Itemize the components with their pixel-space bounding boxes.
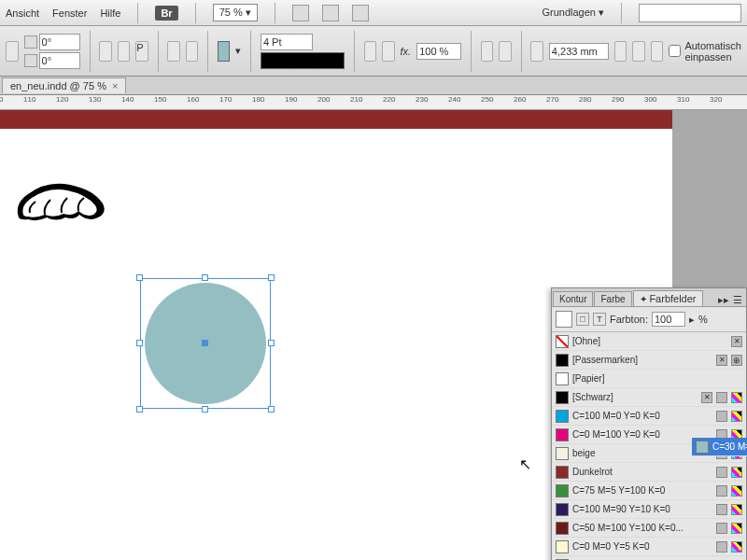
menu-ansicht[interactable]: Ansicht — [6, 7, 39, 19]
bridge-icon[interactable]: Br — [155, 6, 177, 21]
reference-point-icon[interactable] — [6, 41, 19, 62]
frame-fit-icon[interactable] — [530, 41, 543, 62]
swatch-name: C=75 M=5 Y=100 K=0 — [572, 485, 712, 496]
swatch-row[interactable]: C=30 M=0 Y=10 K=1... — [692, 438, 746, 456]
stroke-style-bar[interactable] — [261, 52, 345, 69]
swatch-row[interactable]: C=0 M=0 Y=5 K=0 — [552, 538, 746, 556]
options-bar: P ▾ fx. Automatisch einpassen — [0, 26, 747, 77]
text-wrap-icon[interactable] — [481, 41, 494, 62]
separator — [354, 31, 355, 72]
menu-hilfe[interactable]: Hilfe — [100, 7, 120, 19]
tab-farbe[interactable]: Farbe — [594, 291, 631, 306]
handle-top-left[interactable] — [136, 274, 143, 281]
fill-swatch[interactable] — [218, 41, 231, 62]
opacity-input[interactable] — [416, 43, 461, 60]
selection[interactable] — [140, 278, 271, 409]
swatch-color — [556, 503, 569, 516]
fit-icon-1[interactable] — [614, 41, 627, 62]
panel-menu[interactable]: ▸▸☰ — [714, 294, 746, 306]
color-mode-icon — [716, 392, 727, 403]
handle-top-right[interactable] — [268, 274, 275, 281]
swatch-color — [556, 391, 569, 404]
fx-icon[interactable] — [364, 41, 377, 62]
swatch-row[interactable]: C=75 M=5 Y=100 K=0 — [552, 482, 746, 500]
swatch-name: C=30 M=0 Y=10 K=1... — [712, 441, 746, 452]
swatch-color — [556, 428, 569, 441]
horizontal-ruler: 1001101201301401501601701801902002102202… — [0, 95, 747, 110]
handle-bottom-right[interactable] — [268, 406, 275, 413]
workspace-switcher[interactable]: Grundlagen ▾ — [542, 7, 604, 19]
ruler-tick: 200 — [317, 95, 330, 104]
handle-bottom-left[interactable] — [136, 406, 143, 413]
swatch-row[interactable]: C=100 M=0 Y=0 K=0 — [552, 407, 746, 426]
process-color-icon — [731, 504, 742, 515]
shear-icon — [24, 54, 37, 67]
shear-input[interactable] — [39, 52, 80, 69]
swatch-row[interactable]: C=50 M=100 Y=100 K=0 — [552, 556, 746, 560]
chevron-down-icon[interactable]: ▾ — [235, 45, 241, 57]
separator — [621, 3, 622, 23]
swatch-row[interactable]: [Ohne]✕ — [552, 332, 746, 351]
swatch-row[interactable]: [Schwarz]✕ — [552, 388, 746, 407]
flip-h-icon[interactable] — [99, 41, 112, 62]
fill-stroke-proxy[interactable] — [556, 311, 572, 328]
mm-input[interactable] — [549, 43, 609, 60]
select-container-icon[interactable] — [167, 41, 180, 62]
arrange-icon[interactable] — [352, 5, 369, 21]
ruler-tick: 290 — [612, 95, 624, 104]
tint-input[interactable] — [652, 312, 685, 327]
separator — [90, 31, 91, 72]
search-input[interactable] — [639, 4, 741, 22]
ruler-tick: 260 — [514, 95, 526, 104]
handle-top-mid[interactable] — [202, 274, 208, 281]
handle-center[interactable] — [202, 340, 208, 346]
p-icon[interactable]: P — [135, 41, 148, 62]
handle-left-mid[interactable] — [136, 340, 143, 346]
zoom-level[interactable]: 75 % ▾ — [213, 4, 258, 21]
text-wrap-icon-2[interactable] — [499, 41, 512, 62]
formatting-container-icon[interactable]: □ — [576, 313, 589, 326]
swatch-name: C=0 M=0 Y=5 K=0 — [572, 541, 712, 552]
screen-mode-icon[interactable] — [322, 5, 339, 21]
tab-kontur[interactable]: Kontur — [553, 291, 593, 306]
swatch-name: [Ohne] — [572, 336, 727, 346]
document-tab[interactable]: en_neu.indd @ 75 % × — [2, 77, 126, 93]
ruler-tick: 170 — [219, 95, 232, 104]
fit-icon-2[interactable] — [632, 41, 645, 62]
swatch-row[interactable]: C=100 M=90 Y=10 K=0 — [552, 500, 746, 519]
swatch-color — [556, 410, 569, 423]
select-content-icon[interactable] — [186, 41, 199, 62]
handle-right-mid[interactable] — [268, 340, 275, 346]
handle-bottom-mid[interactable] — [202, 406, 208, 413]
fit-icon-3[interactable] — [651, 41, 664, 62]
opacity-icon[interactable] — [382, 41, 395, 62]
angle-group — [24, 34, 80, 69]
tab-farbfelder[interactable]: ✦ Farbfelder — [633, 290, 703, 306]
swatch-row[interactable]: [Papier] — [552, 370, 746, 388]
canvas-area[interactable]: ↖ Kontur Farbe ✦ Farbfelder ▸▸☰ □ T Farb… — [0, 110, 747, 560]
lock-icon: ✕ — [731, 336, 742, 347]
swatch-row[interactable]: Dunkelrot — [552, 463, 746, 482]
swatch-row[interactable]: C=50 M=100 Y=100 K=0... — [552, 519, 746, 538]
color-mode-icon — [716, 541, 727, 553]
swatch-row[interactable]: [Passermarken]✕⊕ — [552, 351, 746, 370]
separator — [275, 3, 275, 23]
formatting-text-icon[interactable]: T — [593, 313, 606, 326]
tint-slider-icon[interactable]: ▸ — [689, 314, 695, 326]
stroke-weight-input[interactable] — [261, 34, 313, 50]
close-icon[interactable]: × — [112, 80, 118, 91]
process-color-icon — [731, 541, 742, 553]
lock-icon: ✕ — [701, 392, 712, 403]
ruler-tick: 270 — [546, 95, 558, 104]
menu-fenster[interactable]: Fenster — [52, 7, 87, 19]
separator — [471, 31, 472, 72]
view-mode-icon[interactable] — [292, 5, 309, 21]
autofit-checkbox[interactable]: Automatisch einpassen — [669, 40, 741, 63]
swatches-panel: Kontur Farbe ✦ Farbfelder ▸▸☰ □ T Farbto… — [551, 287, 747, 560]
rotation-input[interactable] — [39, 34, 80, 50]
process-color-icon — [731, 485, 742, 497]
swatch-color — [556, 466, 569, 479]
swatch-list[interactable]: [Ohne]✕[Passermarken]✕⊕[Papier][Schwarz]… — [552, 332, 746, 560]
swatch-name: [Passermarken] — [572, 355, 712, 365]
flip-v-icon[interactable] — [118, 41, 131, 62]
